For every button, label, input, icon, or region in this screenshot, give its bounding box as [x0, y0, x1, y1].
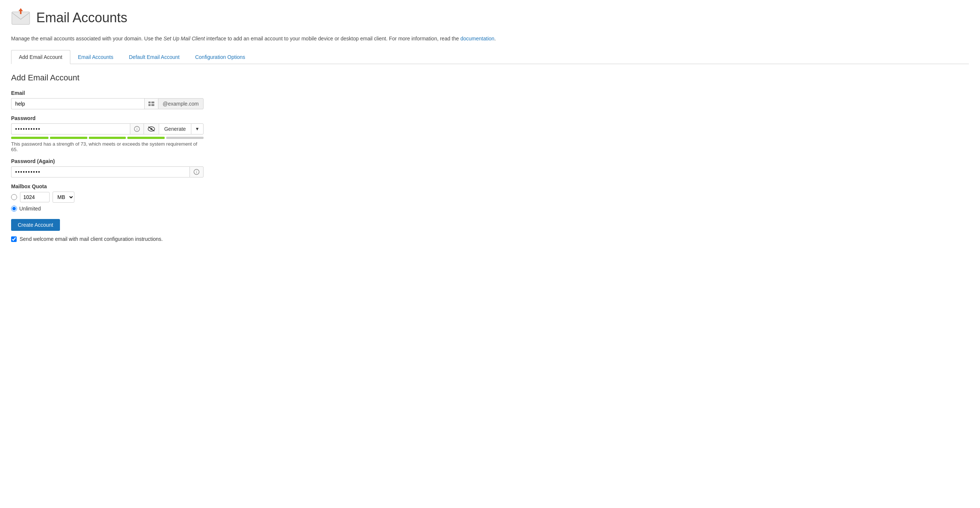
strength-icon: i [134, 126, 140, 132]
strength-bar-3 [89, 137, 126, 139]
svg-text:i: i [137, 127, 137, 131]
quota-row: MB GB [11, 192, 969, 203]
password-again-field-row: i [11, 166, 204, 177]
email-domain: @example.com [158, 98, 204, 109]
tab-configuration-options[interactable]: Configuration Options [187, 50, 253, 64]
welcome-email-label: Send welcome email with mail client conf… [20, 236, 163, 242]
password-again-form-group: Password (Again) i [11, 158, 969, 177]
email-field-row: @example.com [11, 98, 204, 109]
create-account-button[interactable]: Create Account [11, 219, 60, 231]
password-field-row: i Generate ▼ [11, 123, 204, 134]
unlimited-row: Unlimited [11, 206, 969, 212]
password-toggle-visibility-btn[interactable] [143, 123, 159, 134]
quota-value-input[interactable] [20, 192, 49, 202]
password-again-input[interactable] [11, 166, 189, 177]
svg-rect-4 [148, 104, 151, 106]
eye-slash-icon [148, 126, 155, 132]
tab-default-email-account[interactable]: Default Email Account [121, 50, 187, 64]
password-strength-bars [11, 137, 204, 139]
password-again-strength-icon-btn[interactable]: i [189, 166, 204, 177]
strength-bar-2 [50, 137, 88, 139]
svg-rect-5 [151, 104, 154, 106]
tabs-container: Add Email Account Email Accounts Default… [11, 50, 969, 64]
password-form-group: Password i Generate ▼ [11, 115, 969, 152]
quota-unlimited-radio[interactable] [11, 206, 17, 212]
quota-form-group: Mailbox Quota MB GB Unlimited [11, 184, 969, 212]
email-label: Email [11, 90, 969, 96]
quota-custom-radio[interactable] [11, 194, 17, 200]
add-email-form: Add Email Account Email @example.com P [11, 73, 969, 242]
unlimited-label: Unlimited [19, 206, 41, 212]
email-input[interactable] [11, 98, 144, 109]
strength-bar-4 [127, 137, 165, 139]
svg-text:i: i [196, 170, 197, 174]
generate-dropdown-button[interactable]: ▼ [191, 123, 204, 134]
svg-rect-2 [148, 102, 151, 103]
welcome-email-checkbox[interactable] [11, 236, 17, 242]
svg-rect-3 [151, 102, 154, 103]
welcome-email-row: Send welcome email with mail client conf… [11, 236, 969, 242]
envelope-icon [11, 7, 30, 28]
password-label: Password [11, 115, 969, 121]
grid-icon [148, 102, 154, 106]
password-again-label: Password (Again) [11, 158, 969, 164]
email-grid-button[interactable] [144, 98, 158, 109]
page-title: Email Accounts [36, 10, 127, 26]
email-form-group: Email @example.com [11, 90, 969, 109]
password-strength-text: This password has a strength of 73, whic… [11, 141, 204, 152]
generate-password-button[interactable]: Generate [159, 123, 191, 134]
password-strength-icon-btn[interactable]: i [130, 123, 143, 134]
quota-unit-select[interactable]: MB GB [52, 192, 75, 203]
tab-add-email-account[interactable]: Add Email Account [11, 50, 70, 64]
strength-bar-1 [11, 137, 48, 139]
page-description: Manage the email accounts associated wit… [11, 34, 969, 43]
quota-label: Mailbox Quota [11, 184, 969, 189]
password-input[interactable] [11, 123, 130, 134]
strength-icon-again: i [194, 169, 199, 175]
form-section-title: Add Email Account [11, 73, 969, 83]
page-header: Email Accounts [11, 7, 969, 28]
strength-bar-5 [166, 137, 204, 139]
tab-email-accounts[interactable]: Email Accounts [70, 50, 121, 64]
documentation-link[interactable]: documentation [460, 35, 495, 42]
